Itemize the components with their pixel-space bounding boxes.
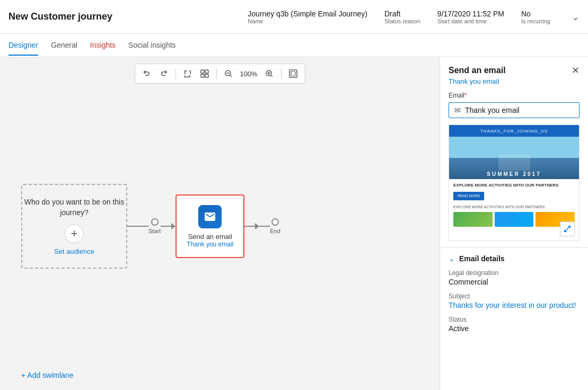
add-swimlane-button[interactable]: + Add swimlane: [21, 371, 73, 379]
start-date-meta: 9/17/2020 11:52 PM Start date and time: [437, 10, 504, 24]
email-input-icon: ✉: [454, 106, 461, 114]
status-field: Status Active: [449, 316, 580, 333]
status-label: Status reason: [384, 18, 420, 24]
tab-designer[interactable]: Designer: [8, 36, 38, 56]
svg-rect-3: [205, 74, 208, 77]
email-field-label: Email*: [449, 92, 580, 99]
arrow-2: [255, 223, 259, 229]
subject-label: Subject: [449, 292, 580, 300]
details-chevron-icon: ⌄: [449, 254, 455, 263]
undo-button[interactable]: [139, 66, 154, 81]
details-title: Email details: [459, 254, 505, 263]
fit-button[interactable]: [286, 66, 301, 81]
page-header: New Customer journey Journey q3b (Simple…: [0, 0, 588, 34]
zoom-level: 100%: [238, 70, 259, 78]
close-button[interactable]: ✕: [572, 66, 580, 75]
email-node-wrapper: Send an email Thank you email: [175, 194, 244, 258]
tab-general[interactable]: General: [51, 36, 77, 56]
start-node: Start: [148, 218, 161, 234]
preview-partners: EXPLORE MORE ACTIVITIES WITH OUR PARTNER…: [453, 205, 575, 210]
grid-button[interactable]: [197, 66, 212, 81]
end-label: End: [270, 228, 280, 234]
panel-title: Send an email: [449, 66, 506, 75]
email-preview: THANKS_FOR_JOINING_US SUMMER 2017 EXPLOR…: [449, 125, 580, 241]
legal-designation-label: Legal designation: [449, 269, 580, 277]
audience-text: Who do you want to be on this journey?: [22, 197, 126, 218]
svg-line-10: [271, 75, 273, 77]
email-field-section: Email* ✉ Thank you email: [440, 92, 588, 125]
email-icon-box: [198, 205, 222, 228]
panel-header: Send an email ✕: [440, 57, 588, 77]
zoom-out-button[interactable]: [221, 66, 235, 81]
line-2: [161, 226, 171, 227]
preview-banner: THANKS_FOR_JOINING_US: [449, 125, 579, 137]
preview-thumb-1: [453, 212, 493, 227]
email-node-title: Send an email: [188, 233, 232, 241]
email-node-subtitle: Thank you email: [187, 241, 233, 248]
preview-banner-text: THANKS_FOR_JOINING_US: [480, 129, 548, 134]
recurring-value: No: [521, 10, 531, 18]
status-detail-value: Active: [449, 324, 580, 333]
start-label: Start: [148, 228, 161, 234]
recurring-label: Is recurring: [521, 18, 550, 24]
toolbar-divider-2: [216, 68, 216, 79]
email-icon: [204, 210, 216, 223]
line-4: [259, 226, 270, 227]
subject-value[interactable]: Thanks for your interest in our product!: [449, 301, 580, 309]
arrow-1: [171, 223, 175, 229]
zoom-in-button[interactable]: [262, 66, 277, 81]
svg-rect-11: [289, 70, 297, 77]
journey-name-label: Name: [248, 18, 263, 24]
end-circle: [271, 218, 279, 226]
main-layout: 100% Who do you want to be on this journ…: [0, 57, 588, 390]
line-3: [244, 226, 255, 227]
svg-rect-2: [200, 74, 204, 77]
journey-name-meta: Journey q3b (Simple Email Journey) Name: [248, 10, 367, 24]
details-header[interactable]: ⌄ Email details: [449, 254, 580, 263]
toolbar-divider-1: [175, 68, 175, 79]
svg-line-6: [230, 75, 231, 77]
preview-summer-text: SUMMER 2017: [487, 171, 541, 177]
tab-insights[interactable]: Insights: [90, 36, 116, 56]
journey-flow: Who do you want to be on this journey? +…: [21, 94, 429, 358]
svg-rect-12: [291, 72, 295, 76]
panel-subtitle: Thank you email: [440, 77, 588, 92]
connector-to-start: Start: [127, 218, 175, 234]
set-audience-link[interactable]: Set audience: [54, 247, 94, 255]
preview-thumb-2: [495, 212, 534, 227]
header-chevron-icon[interactable]: ⌄: [572, 11, 580, 23]
line-1: [127, 226, 148, 227]
svg-rect-0: [200, 70, 204, 73]
email-node[interactable]: Send an email Thank you email: [175, 194, 244, 258]
audience-box[interactable]: Who do you want to be on this journey? +…: [21, 184, 127, 269]
start-date-label: Start date and time: [437, 18, 487, 24]
canvas-toolbar: 100%: [134, 64, 305, 84]
start-circle: [151, 218, 159, 226]
email-details-section: ⌄ Email details Legal designation Commer…: [440, 247, 588, 345]
connector-to-end: End: [244, 218, 280, 234]
expand-button[interactable]: [180, 66, 195, 81]
svg-rect-1: [205, 70, 208, 73]
journey-canvas: 100% Who do you want to be on this journ…: [0, 57, 440, 390]
status-meta: Draft Status reason: [384, 10, 420, 24]
end-node: End: [270, 218, 280, 234]
email-input[interactable]: ✉ Thank you email: [449, 102, 580, 118]
header-meta: Journey q3b (Simple Email Journey) Name …: [248, 10, 580, 24]
status-detail-label: Status: [449, 316, 580, 323]
toolbar-divider-3: [281, 68, 282, 79]
preview-expand-button[interactable]: [560, 221, 575, 236]
tab-social-insights[interactable]: Social insights: [128, 36, 176, 56]
audience-plus-button[interactable]: +: [65, 224, 84, 243]
preview-thumbs: [453, 212, 575, 227]
tab-bar: Designer General Insights Social insight…: [0, 34, 588, 57]
status-value: Draft: [384, 10, 400, 18]
right-panel: Send an email ✕ Thank you email Email* ✉…: [440, 57, 588, 390]
preview-cta: READ MORE: [453, 192, 484, 200]
page-title: New Customer journey: [8, 11, 112, 22]
start-date-value: 9/17/2020 11:52 PM: [437, 10, 504, 18]
preview-body-title: EXPLORE MORE ACTIVITIES WITH OUR PARTNER…: [453, 182, 575, 188]
redo-button[interactable]: [156, 66, 171, 81]
legal-designation-value: Commercial: [449, 278, 580, 286]
subject-field: Subject Thanks for your interest in our …: [449, 292, 580, 309]
email-input-value: Thank you email: [465, 106, 520, 114]
